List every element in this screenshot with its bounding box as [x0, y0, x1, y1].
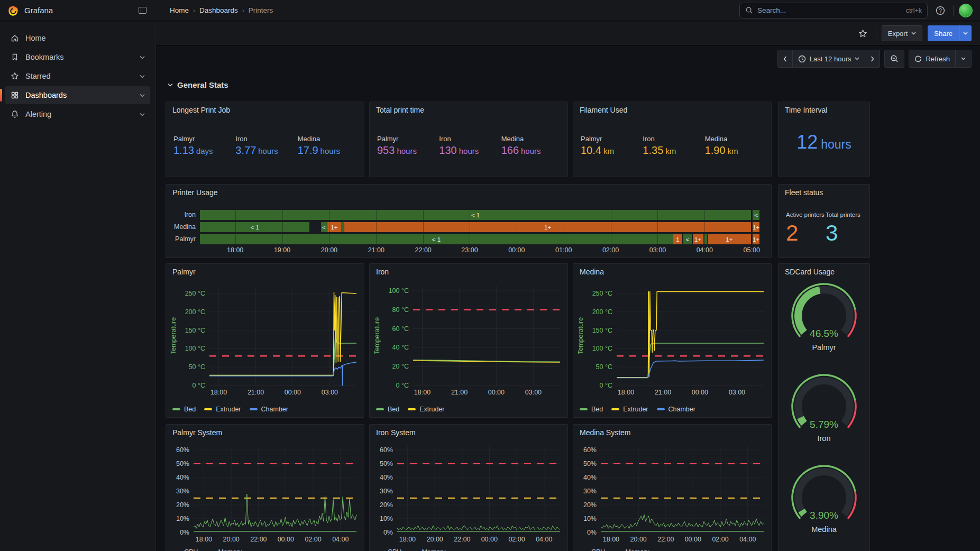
- refresh-group: Refresh: [909, 50, 972, 68]
- nav-divider: [953, 5, 954, 16]
- legend-item-memory[interactable]: Memory: [613, 548, 649, 551]
- actions-divider: [876, 28, 876, 39]
- panel-title: Iron: [376, 268, 389, 276]
- sidebar: HomeBookmarksStarredDashboardsAlerting: [0, 22, 156, 551]
- panel-title: Medina System: [580, 428, 630, 437]
- legend-item-bed[interactable]: Bed: [376, 406, 399, 413]
- sidebar-item-bookmarks[interactable]: Bookmarks: [5, 48, 150, 66]
- breadcrumb-item-home[interactable]: Home: [170, 6, 189, 14]
- medina-temp-chart: 0 °C50 °C100 °C150 °C200 °C250 °C18:0021…: [575, 280, 769, 397]
- search-input[interactable]: [757, 6, 902, 14]
- share-split-button: Share: [928, 25, 972, 41]
- timeline-gridline: [657, 222, 658, 232]
- breadcrumb-item-printers[interactable]: Printers: [249, 6, 273, 14]
- time-range-picker[interactable]: Last 12 hours: [792, 50, 865, 67]
- svg-text:03:00: 03:00: [525, 389, 542, 396]
- legend-item-extruder[interactable]: Extruder: [611, 406, 648, 413]
- time-shift-forward-button[interactable]: [865, 50, 880, 67]
- timeline-segment: 1: [673, 234, 682, 244]
- user-avatar[interactable]: [959, 4, 973, 17]
- svg-text:04:00: 04:00: [536, 536, 552, 543]
- refresh-button[interactable]: Refresh: [909, 50, 955, 67]
- svg-text:46.5%: 46.5%: [810, 328, 838, 339]
- legend-item-memory[interactable]: Memory: [410, 548, 445, 551]
- favorite-button[interactable]: [856, 26, 871, 41]
- svg-text:00:00: 00:00: [481, 536, 498, 543]
- export-button[interactable]: Export: [882, 25, 923, 41]
- refresh-interval-button[interactable]: [955, 50, 971, 67]
- legend-item-bed[interactable]: Bed: [580, 406, 603, 413]
- gauge-palmyr: 46.5%Palmyr: [784, 282, 864, 352]
- search-box[interactable]: ctrl+k: [739, 3, 928, 19]
- breadcrumb-separator: ›: [242, 7, 244, 14]
- stat-value: 17.9hours: [298, 144, 360, 157]
- sidebar-item-dashboards[interactable]: Dashboards: [5, 86, 150, 104]
- timeline-gridline: [564, 234, 564, 244]
- panel-longest-print-job: Longest Print Job Palmyr1.13daysIron3.77…: [166, 102, 364, 177]
- sidebar-item-home[interactable]: Home: [5, 29, 150, 47]
- export-label: Export: [888, 30, 908, 38]
- legend-swatch: [657, 408, 665, 410]
- dock-menu-button[interactable]: [136, 4, 149, 17]
- legend-swatch: [611, 408, 619, 410]
- legend-item-memory[interactable]: Memory: [206, 548, 242, 551]
- timeline-gridline: [423, 234, 424, 244]
- svg-text:50 °C: 50 °C: [189, 363, 205, 371]
- timeline-gridline: [423, 210, 424, 220]
- section-general-stats[interactable]: General Stats: [168, 80, 228, 89]
- timeline-gridline: [235, 234, 236, 244]
- legend-item-bed[interactable]: Bed: [172, 406, 196, 413]
- svg-text:00:00: 00:00: [488, 389, 505, 396]
- timeline-gridline: [517, 234, 517, 244]
- fleet-stat-total-printers: Total printers3: [826, 203, 865, 246]
- svg-text:Temperature: Temperature: [373, 317, 381, 354]
- timeline-segment: 1+: [708, 234, 752, 244]
- medina-system-chart: 0%10%20%30%40%50%60%18:0020:0022:0000:00…: [575, 439, 769, 544]
- stat-name: Iron: [643, 135, 704, 143]
- svg-text:80 °C: 80 °C: [392, 306, 409, 314]
- chevron-down-icon: [140, 113, 145, 116]
- panel-title: SDCard Usage: [785, 268, 835, 276]
- chevron-down-icon: [855, 57, 859, 60]
- stat-group: Palmyr1.13daysIron3.77hoursMedina17.9hou…: [173, 135, 360, 157]
- help-button[interactable]: ?: [933, 3, 948, 18]
- timeline-gridline: [376, 234, 377, 244]
- svg-text:30%: 30%: [176, 488, 189, 495]
- timeline-segment: 1+: [344, 222, 751, 232]
- legend-label: Bed: [591, 406, 603, 413]
- sidebar-item-starred[interactable]: Starred: [5, 67, 150, 85]
- timeline-axis-label: 20:00: [321, 246, 337, 254]
- svg-text:30%: 30%: [380, 488, 393, 495]
- dashboard-actions-bar: Export Share: [156, 22, 980, 45]
- panel-title: Fleet status: [785, 188, 823, 197]
- legend-label: Chamber: [261, 406, 288, 413]
- legend-item-extruder[interactable]: Extruder: [204, 406, 241, 413]
- apps-icon: [11, 91, 19, 99]
- svg-text:20%: 20%: [380, 501, 393, 509]
- share-button[interactable]: Share: [928, 25, 959, 41]
- legend-label: Memory: [218, 548, 242, 551]
- legend-item-extruder[interactable]: Extruder: [408, 406, 444, 413]
- legend-item-cpu[interactable]: CPU: [172, 548, 198, 551]
- legend-item-cpu[interactable]: CPU: [376, 548, 401, 551]
- help-icon: ?: [936, 6, 945, 15]
- chevron-down-icon: [911, 32, 916, 35]
- zoom-out-button[interactable]: [885, 50, 904, 67]
- stat-name: Iron: [439, 135, 501, 143]
- brand: Grafana: [0, 4, 156, 17]
- sidebar-item-alerting[interactable]: Alerting: [5, 105, 150, 123]
- time-shift-back-button[interactable]: [778, 50, 792, 67]
- legend-item-chamber[interactable]: Chamber: [250, 406, 288, 413]
- timeline-gridline: [752, 222, 752, 232]
- timeline-segment: [703, 234, 707, 244]
- legend-item-cpu[interactable]: CPU: [580, 548, 605, 551]
- sidebar-item-label: Bookmarks: [25, 53, 133, 61]
- svg-text:10%: 10%: [583, 515, 597, 522]
- time-toolbar: Last 12 hours Refresh: [777, 50, 972, 68]
- timeline-gridline: [564, 222, 564, 232]
- breadcrumb-item-dashboards[interactable]: Dashboards: [199, 6, 238, 14]
- svg-text:50 °C: 50 °C: [596, 363, 612, 371]
- legend-item-chamber[interactable]: Chamber: [657, 406, 695, 413]
- palmyr-system-chart: 0%10%20%30%40%50%60%18:0020:0022:0000:00…: [168, 439, 362, 544]
- share-menu-button[interactable]: [959, 25, 972, 41]
